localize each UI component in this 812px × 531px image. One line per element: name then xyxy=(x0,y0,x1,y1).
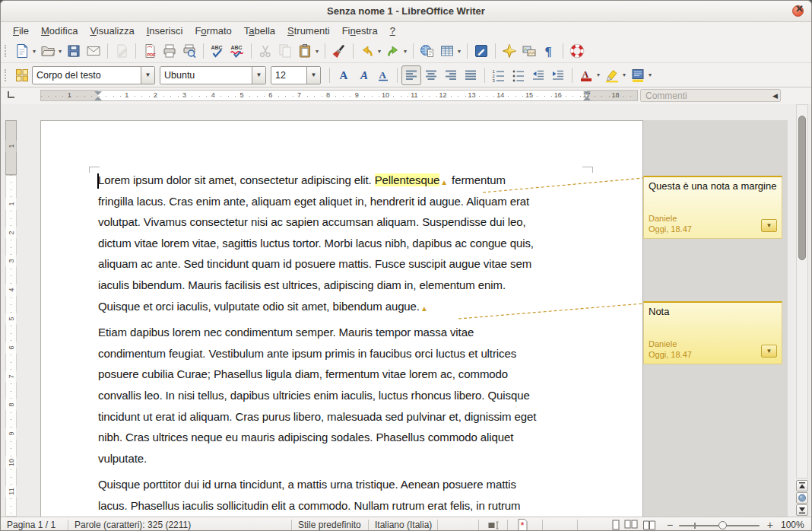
menu-tabella[interactable]: Tabella xyxy=(238,24,281,38)
multi-page-view-icon[interactable] xyxy=(624,518,638,531)
zoom-in-icon[interactable]: + xyxy=(767,519,773,531)
styles-sidebar-button[interactable] xyxy=(12,65,32,85)
open-button[interactable] xyxy=(38,41,58,61)
svg-text:3: 3 xyxy=(493,78,496,83)
zoom-level[interactable]: 100% xyxy=(781,520,804,530)
undo-button[interactable] xyxy=(357,41,377,61)
comment-anchor-icon[interactable]: ▲ xyxy=(420,298,428,320)
navigator-button[interactable] xyxy=(500,41,519,61)
redo-button[interactable] xyxy=(383,41,403,61)
scrollbar-thumb[interactable] xyxy=(798,116,806,260)
document-close-icon[interactable]: ✕ xyxy=(795,3,804,14)
print-preview-button[interactable] xyxy=(179,41,199,61)
drawing-button[interactable] xyxy=(471,41,491,61)
ruler-number: 5 xyxy=(6,313,17,325)
svg-text:PDF: PDF xyxy=(147,52,157,57)
ruler-number: 7 xyxy=(6,370,17,382)
comments-collapse-icon[interactable]: ◀ xyxy=(772,92,780,100)
font-name-combo-dropdown-icon[interactable]: ▼ xyxy=(252,67,265,84)
font-size-combo-dropdown-icon[interactable]: ▼ xyxy=(306,67,320,84)
next-page-button[interactable] xyxy=(796,504,808,516)
table-button[interactable] xyxy=(437,41,457,61)
undo-icon xyxy=(360,43,375,59)
menu-help[interactable]: ? xyxy=(384,24,401,38)
paragraph-style-combo-value[interactable]: Corpo del testo xyxy=(33,70,141,81)
paragraph-background-button[interactable] xyxy=(628,65,648,85)
copy-button[interactable] xyxy=(275,41,295,61)
menu-modifica[interactable]: Modifica xyxy=(35,24,84,38)
align-left-icon xyxy=(404,68,419,83)
italic-button[interactable]: A xyxy=(354,65,373,85)
print-button[interactable] xyxy=(160,41,179,61)
comment-menu-button[interactable]: ▼ xyxy=(761,345,777,358)
font-size-combo-value[interactable]: 12 xyxy=(271,70,306,81)
paragraph-style-combo[interactable]: Corpo del testo▼ xyxy=(32,66,155,84)
export-pdf-button[interactable]: PDF xyxy=(140,41,160,61)
single-page-view-icon[interactable] xyxy=(609,518,623,531)
language-status[interactable]: Italiano (Italia) xyxy=(375,520,432,530)
numbered-list-button[interactable]: 123 xyxy=(489,65,509,85)
comments-panel: Questa è una nota a margine Daniele Oggi… xyxy=(643,120,788,517)
page-number-status[interactable]: Pagina 1 / 1 xyxy=(7,520,56,530)
comment-note[interactable]: Questa è una nota a margine Daniele Oggi… xyxy=(643,176,782,239)
justify-button[interactable] xyxy=(461,65,481,85)
cut-button[interactable] xyxy=(255,41,275,61)
ruler-number: 9 xyxy=(6,428,17,440)
bullet-list-button[interactable] xyxy=(509,65,528,85)
page-style-status[interactable]: Stile predefinito xyxy=(298,520,361,530)
font-name-combo-value[interactable]: Ubuntu xyxy=(160,70,252,81)
font-name-combo[interactable]: Ubuntu▼ xyxy=(160,66,266,84)
bold-button[interactable]: A xyxy=(334,65,354,85)
align-left-button[interactable] xyxy=(401,65,421,85)
zoom-slider[interactable]: − + xyxy=(667,519,775,531)
auto-spellcheck-button[interactable]: ABC xyxy=(227,41,247,61)
menu-formato[interactable]: Formato xyxy=(189,24,237,38)
help-button[interactable] xyxy=(567,41,587,61)
clone-formatting-button[interactable] xyxy=(329,41,349,61)
menu-finestra[interactable]: Finestra xyxy=(336,24,384,38)
book-view-icon[interactable] xyxy=(642,518,656,531)
horizontal-ruler[interactable]: 1123456789101112131415161718 xyxy=(40,90,638,101)
document-modified-icon[interactable]: * xyxy=(516,518,530,531)
menu-file[interactable]: File xyxy=(7,24,35,38)
vertical-ruler[interactable]: 11234567891011 xyxy=(5,104,17,517)
comment-text[interactable]: Nota xyxy=(649,306,777,317)
comment-anchor-icon[interactable]: ▲ xyxy=(440,172,448,193)
spelling-button[interactable]: ABC xyxy=(208,41,227,61)
menu-strumenti[interactable]: Strumenti xyxy=(281,24,336,38)
comment-highlighted-text[interactable]: Pellentesque xyxy=(375,173,440,186)
svg-text:*: * xyxy=(520,520,524,531)
formatting-marks-button[interactable]: ¶ xyxy=(539,41,559,61)
zoom-out-icon[interactable]: − xyxy=(667,519,673,531)
vertical-scrollbar[interactable] xyxy=(796,104,808,479)
highlighting-button[interactable] xyxy=(602,65,622,85)
paste-button[interactable] xyxy=(295,41,315,61)
zoom-slider-handle[interactable] xyxy=(718,521,727,529)
font-color-button[interactable]: A xyxy=(576,65,596,85)
menu-inserisci[interactable]: Inserisci xyxy=(141,24,189,38)
hyperlink-button[interactable] xyxy=(417,41,437,61)
document-text-area[interactable]: Lorem ipsum dolor sit amet, consectetur … xyxy=(98,170,592,517)
previous-page-button[interactable] xyxy=(796,480,808,491)
decrease-indent-button[interactable] xyxy=(528,65,548,85)
save-button[interactable] xyxy=(64,41,84,61)
gallery-button[interactable] xyxy=(519,41,539,61)
menu-visualizza[interactable]: Visualizza xyxy=(84,24,140,38)
comments-ruler-button[interactable]: Commenti ◀ xyxy=(640,89,781,102)
tab-stop-selector-icon[interactable] xyxy=(8,91,14,98)
font-size-combo[interactable]: 12▼ xyxy=(271,66,321,84)
word-count-status[interactable]: Parole (caratteri): 325 (2211) xyxy=(75,520,191,530)
edit-file-button[interactable] xyxy=(112,41,132,61)
align-right-button[interactable] xyxy=(441,65,461,85)
new-document-button[interactable] xyxy=(12,41,32,61)
comment-menu-button[interactable]: ▼ xyxy=(761,219,777,232)
insert-mode-icon[interactable] xyxy=(487,518,501,531)
underline-button[interactable]: A xyxy=(373,65,393,85)
navigation-button[interactable] xyxy=(796,492,808,504)
comment-note[interactable]: Nota Daniele Oggi, 18.47 ▼ xyxy=(643,301,782,364)
email-button[interactable] xyxy=(84,41,103,61)
align-center-button[interactable] xyxy=(421,65,441,85)
comment-text[interactable]: Questa è una nota a margine xyxy=(649,180,777,192)
increase-indent-button[interactable] xyxy=(548,65,568,85)
paragraph-style-combo-dropdown-icon[interactable]: ▼ xyxy=(141,67,154,84)
